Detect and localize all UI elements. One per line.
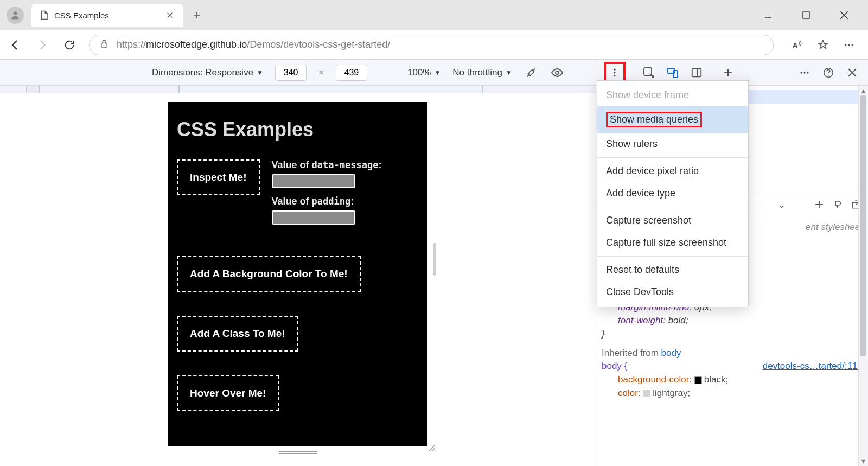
settings-more-icon[interactable] xyxy=(842,38,856,52)
favorite-icon[interactable] xyxy=(816,38,830,52)
eyedropper-icon[interactable] xyxy=(524,66,538,80)
device-options-menu: Show device frame Show media queries Sho… xyxy=(597,80,749,307)
svg-point-4 xyxy=(848,44,850,46)
tab-close-icon[interactable] xyxy=(164,9,176,21)
page-icon xyxy=(39,10,49,20)
svg-point-19 xyxy=(828,74,829,75)
value-input-2[interactable] xyxy=(272,210,355,225)
viewport: CSS Examples Inspect Me! Value of data-m… xyxy=(0,86,596,466)
menu-add-device-pixel-ratio[interactable]: Add device pixel ratio xyxy=(597,160,748,182)
back-button[interactable] xyxy=(8,37,23,53)
url-text: https://microsoftedge.github.io/Demos/de… xyxy=(117,39,390,50)
close-devtools-icon[interactable] xyxy=(844,65,860,81)
value-input-1[interactable] xyxy=(272,174,355,188)
zoom-dropdown[interactable]: 100% ▼ xyxy=(407,67,441,78)
breakpoint-ruler[interactable] xyxy=(0,86,596,93)
lock-icon xyxy=(99,39,109,51)
inspect-element-icon[interactable] xyxy=(641,65,657,81)
menu-capture-full-screenshot[interactable]: Capture full size screenshot xyxy=(597,232,748,254)
throttling-dropdown[interactable]: No throttling ▼ xyxy=(452,67,512,78)
read-aloud-icon[interactable]: A)) xyxy=(790,38,804,52)
addclass-box[interactable]: Add A Class To Me! xyxy=(177,316,298,352)
source-link[interactable]: devtools-cs…tarted/:117 xyxy=(763,361,863,371)
forward-button[interactable] xyxy=(35,37,50,53)
height-input[interactable] xyxy=(336,65,367,81)
menu-show-media-queries[interactable]: Show media queries xyxy=(597,106,748,133)
svg-point-9 xyxy=(614,72,615,73)
menu-capture-screenshot[interactable]: Capture screenshot xyxy=(597,209,748,232)
rendered-page: CSS Examples Inspect Me! Value of data-m… xyxy=(168,102,427,446)
menu-reset-defaults[interactable]: Reset to defaults xyxy=(597,259,748,281)
devtools-scrollbar[interactable]: ▲ ▼ xyxy=(858,86,868,466)
bgcolor-box[interactable]: Add A Background Color To Me! xyxy=(177,256,361,292)
address-bar: https://microsoftedge.github.io/Demos/de… xyxy=(0,30,868,60)
corner-resize-icon[interactable] xyxy=(427,444,436,452)
inherited-from: Inherited from body xyxy=(602,347,863,360)
menu-show-rulers[interactable]: Show rulers xyxy=(597,133,748,155)
new-style-rule-icon[interactable] xyxy=(813,198,826,211)
width-input[interactable] xyxy=(275,65,307,81)
devtools-more-icon[interactable] xyxy=(796,65,813,81)
menu-add-device-type[interactable]: Add device type xyxy=(597,182,748,205)
hover-box[interactable]: Hover Over Me! xyxy=(177,375,279,411)
help-icon[interactable] xyxy=(820,65,837,81)
visibility-icon[interactable] xyxy=(550,66,564,80)
svg-point-10 xyxy=(614,75,615,76)
value-label-1: Value of data-message: xyxy=(272,159,382,171)
drag-handle-bottom[interactable] xyxy=(276,451,320,455)
svg-rect-1 xyxy=(803,12,809,18)
svg-point-16 xyxy=(803,72,805,73)
menu-show-device-frame[interactable]: Show device frame xyxy=(597,84,748,106)
stylesheet-source[interactable]: ent stylesheet xyxy=(806,221,863,234)
new-tab-button[interactable] xyxy=(187,5,207,25)
dock-side-icon[interactable] xyxy=(688,65,705,81)
browser-tab[interactable]: CSS Examples xyxy=(31,4,183,27)
svg-point-3 xyxy=(845,44,847,46)
thumbs-down-icon[interactable] xyxy=(831,198,844,211)
close-window-button[interactable] xyxy=(839,10,850,21)
svg-point-17 xyxy=(807,72,808,73)
svg-rect-14 xyxy=(692,68,701,76)
add-tab-icon[interactable] xyxy=(720,65,736,81)
svg-point-5 xyxy=(852,44,854,46)
page-title: CSS Examples xyxy=(177,118,419,141)
profile-button[interactable] xyxy=(7,7,24,24)
minimize-button[interactable] xyxy=(763,10,774,21)
dimensions-dropdown[interactable]: Dimensions: Responsive ▼ xyxy=(152,67,263,78)
svg-point-8 xyxy=(614,68,615,70)
svg-rect-2 xyxy=(101,43,107,47)
value-label-2: Value of padding: xyxy=(272,196,382,207)
multiply-symbol: × xyxy=(318,67,324,78)
maximize-button[interactable] xyxy=(801,10,812,21)
device-emulation-icon[interactable] xyxy=(665,65,681,81)
reload-button[interactable] xyxy=(62,37,77,53)
menu-close-devtools[interactable]: Close DevTools xyxy=(597,281,748,303)
svg-point-6 xyxy=(556,71,559,74)
viewport-resize-handle[interactable] xyxy=(433,243,436,276)
svg-point-0 xyxy=(14,11,17,15)
window-controls xyxy=(763,10,865,21)
svg-point-15 xyxy=(801,72,802,73)
tab-title: CSS Examples xyxy=(54,11,158,20)
omnibox[interactable]: https://microsoftedge.github.io/Demos/de… xyxy=(89,35,774,55)
titlebar: CSS Examples xyxy=(0,0,868,30)
inspect-me-box[interactable]: Inspect Me! xyxy=(177,159,260,195)
